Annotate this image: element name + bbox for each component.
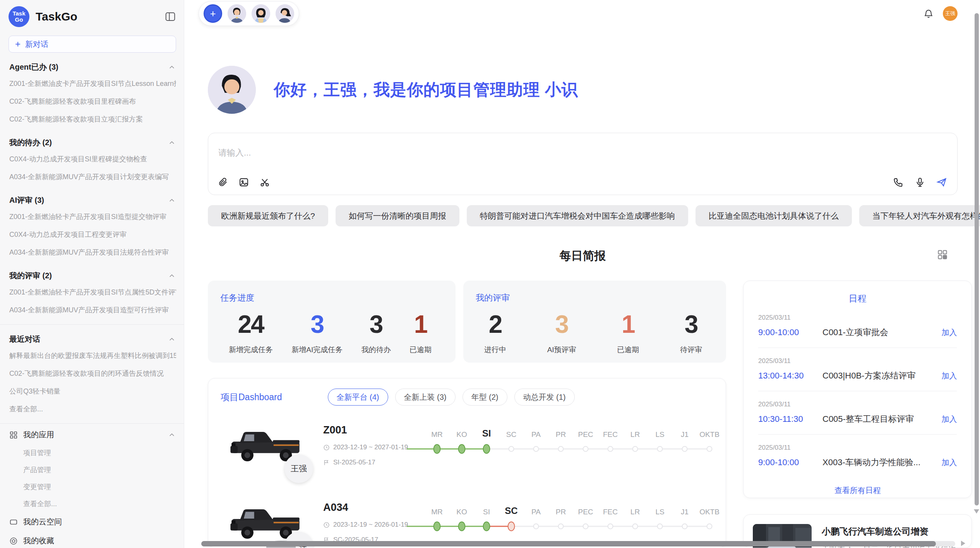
milestone-node[interactable] — [458, 522, 466, 531]
chevron-up-icon[interactable] — [168, 64, 175, 71]
milestone-node[interactable] — [632, 524, 638, 529]
sidebar-item[interactable]: C0X4-动力总成开发项目工程变更评审 — [9, 226, 176, 243]
member-avatar[interactable] — [228, 4, 246, 23]
milestone-label: FEC — [598, 502, 623, 516]
suggestion-chip[interactable]: 如何写一份清晰的项目周报 — [336, 205, 459, 226]
send-icon[interactable] — [936, 177, 947, 188]
sidebar-section-header[interactable]: Agent已办 (3) — [9, 57, 176, 75]
layout-grid-icon[interactable] — [937, 249, 948, 260]
milestone-node[interactable] — [533, 524, 539, 529]
sidebar-item[interactable]: C02-飞腾新能源轻客改款项目的闭环通告反馈情况 — [9, 365, 176, 382]
milestone-node[interactable] — [657, 524, 663, 529]
attachment-icon[interactable] — [218, 177, 228, 188]
sidebar-item[interactable]: 解释最新出台的欧盟报废车法规再生塑料比例被调到15%... — [9, 347, 176, 365]
vertical-scrollbar-thumb[interactable] — [975, 13, 979, 505]
phone-call-icon[interactable] — [893, 177, 904, 188]
sidebar-section-header[interactable]: 我的评审 (2) — [9, 265, 176, 283]
sidebar-app-subitem[interactable]: 产品管理 — [9, 461, 176, 478]
stat-value: 1 — [409, 310, 432, 339]
new-chat-button[interactable]: + 新对话 — [9, 36, 176, 53]
sidebar-collapse-icon[interactable] — [164, 11, 176, 22]
milestone-node[interactable] — [483, 444, 490, 454]
suggestion-chip[interactable]: 比亚迪全固态电池计划具体说了什么 — [696, 205, 852, 226]
microphone-icon[interactable] — [915, 177, 925, 188]
scroll-down-arrow[interactable] — [974, 509, 979, 514]
sidebar-item[interactable]: C0X4-动力总成开发项目SI里程碑提交物检查 — [9, 150, 176, 168]
event-join-link[interactable]: 加入 — [941, 327, 957, 338]
event-join-link[interactable]: 加入 — [941, 371, 957, 381]
image-icon[interactable] — [238, 177, 249, 188]
milestone-node[interactable] — [558, 446, 564, 452]
sidebar-app-subitem[interactable]: 变更管理 — [9, 478, 176, 495]
milestone-node[interactable] — [458, 444, 466, 454]
chevron-up-icon[interactable] — [168, 432, 175, 438]
dashboard-filter-tab[interactable]: 全新平台 (4) — [328, 389, 388, 406]
member-avatar[interactable] — [252, 4, 270, 23]
milestone-node[interactable] — [682, 524, 688, 529]
recent-section-header[interactable]: 最近对话 — [9, 329, 176, 347]
suggestion-chip[interactable]: 当下年轻人对汽车外观有怎样的喜好趋势 — [859, 205, 980, 226]
event-time: 13:00-14:30 — [758, 371, 822, 381]
milestone: FEC — [598, 502, 623, 539]
milestone-node[interactable] — [509, 446, 514, 452]
horizontal-scrollbar-thumb[interactable] — [201, 541, 936, 546]
notification-bell-icon[interactable] — [923, 9, 934, 19]
dashboard-filter-tab[interactable]: 动总开发 (1) — [514, 389, 575, 406]
milestone-node[interactable] — [558, 524, 564, 529]
project-row[interactable]: 王强 Z001 2023-12-19 ~ 2027-01-19 SI-2025-… — [208, 409, 726, 487]
milestone-node[interactable] — [483, 522, 490, 531]
milestone-node[interactable] — [707, 446, 713, 452]
chevron-up-icon[interactable] — [168, 197, 175, 204]
sidebar-section-header[interactable]: 我的待办 (2) — [9, 132, 176, 150]
project-row[interactable]: 王强 A034 2023-12-19 ~ 2026-01-19 SC-2025-… — [208, 487, 726, 548]
milestone-node[interactable] — [583, 446, 589, 452]
milestone-node[interactable] — [508, 522, 515, 531]
dashboard-filter-tab[interactable]: 全新上装 (3) — [395, 389, 456, 406]
milestone: PEC — [573, 502, 598, 539]
milestone-node[interactable] — [657, 446, 663, 452]
chevron-up-icon[interactable] — [168, 336, 175, 343]
sidebar-item-favorites[interactable]: 我的收藏 — [9, 531, 176, 548]
dashboard-filter-tab[interactable]: 年型 (2) — [463, 389, 507, 406]
sidebar-item[interactable]: Z001-全新燃油轻卡产品开发项目SI造型提交物评审 — [9, 208, 176, 226]
milestone-node[interactable] — [608, 446, 613, 452]
event-join-link[interactable]: 加入 — [941, 414, 957, 425]
event-join-link[interactable]: 加入 — [941, 457, 957, 468]
sidebar-item[interactable]: C02-飞腾新能源轻客改款项目立项汇报方案 — [9, 110, 176, 128]
milestone-node[interactable] — [608, 524, 613, 529]
milestone-label: PEC — [573, 502, 598, 516]
member-avatar[interactable] — [276, 4, 294, 23]
milestone-node[interactable] — [433, 444, 441, 454]
suggestion-chip[interactable]: 特朗普可能对进口汽车增税会对中国车企造成哪些影响 — [467, 205, 688, 226]
sidebar-item[interactable]: Z001-全新燃油轻卡产品开发项目SI节点属性5D文件评审 — [9, 283, 176, 301]
sidebar-item[interactable]: 公司Q3轻卡销量 — [9, 382, 176, 400]
chevron-up-icon[interactable] — [168, 272, 175, 279]
horizontal-scrollbar[interactable] — [201, 541, 955, 546]
milestone-node[interactable] — [533, 446, 539, 452]
sidebar-item[interactable]: C02-飞腾新能源轻客改款项目里程碑画布 — [9, 92, 176, 110]
milestone-node[interactable] — [682, 446, 688, 452]
scissors-icon[interactable] — [259, 177, 270, 188]
sidebar-item[interactable]: A034-全新新能源MUV产品开发项目计划变更表编写 — [9, 168, 176, 186]
sidebar-item-cloud-space[interactable]: 我的云空间 — [9, 512, 176, 531]
sidebar-item-my-apps[interactable]: 我的应用 — [9, 425, 176, 444]
milestone: SI — [474, 425, 499, 462]
sidebar-item[interactable]: A034-全新新能源MUV产品开发项目法规符合性评审 — [9, 243, 176, 261]
sidebar-item[interactable]: 查看全部... — [9, 400, 176, 418]
sidebar-item[interactable]: A034-全新新能源MUV产品开发项目造型可行性评审 — [9, 301, 176, 319]
sidebar-app-subitem[interactable]: 项目管理 — [9, 444, 176, 461]
milestone-node[interactable] — [707, 524, 713, 529]
sidebar-section-header[interactable]: AI评审 (3) — [9, 190, 176, 208]
milestone-node[interactable] — [632, 446, 638, 452]
view-all-schedule-link[interactable]: 查看所有日程 — [758, 485, 957, 496]
scroll-right-arrow[interactable] — [961, 541, 965, 546]
user-avatar[interactable]: 王强 — [943, 6, 958, 21]
milestone-node[interactable] — [583, 524, 589, 529]
sidebar-app-subitem[interactable]: 查看全部... — [9, 495, 176, 512]
chat-composer[interactable]: 请输入... — [208, 133, 958, 195]
add-member-button[interactable]: + — [204, 4, 222, 23]
chevron-up-icon[interactable] — [168, 139, 175, 146]
sidebar-item[interactable]: Z001-全新燃油皮卡产品开发项目SI节点Lesson Learn报告 — [9, 75, 176, 92]
milestone-node[interactable] — [433, 522, 441, 531]
suggestion-chip[interactable]: 欧洲新规最近颁布了什么? — [208, 205, 328, 226]
